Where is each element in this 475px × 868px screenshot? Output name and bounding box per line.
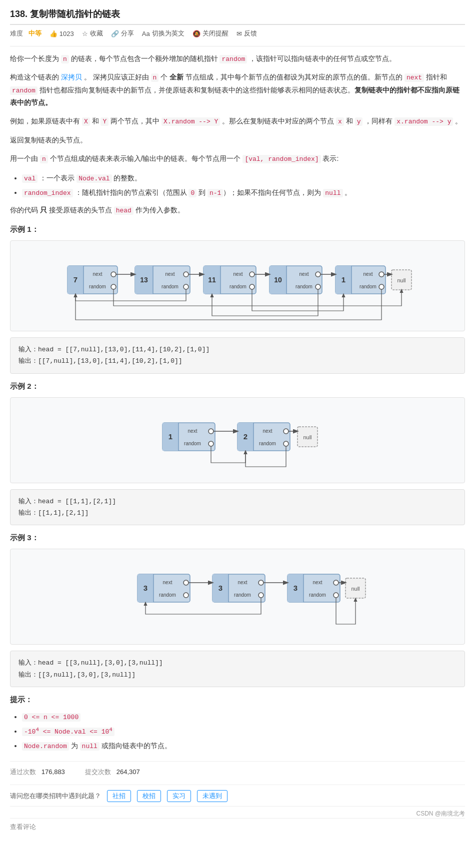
svg-text:next: next bbox=[238, 580, 248, 585]
svg-point-39 bbox=[379, 284, 384, 289]
svg-text:next: next bbox=[93, 271, 102, 277]
difficulty-value: 中等 bbox=[28, 29, 42, 37]
desc-para4: 返回复制链表的头节点。 bbox=[10, 134, 465, 146]
svg-text:random: random bbox=[89, 284, 106, 289]
svg-point-7 bbox=[111, 284, 116, 289]
tag-internship[interactable]: 实习 bbox=[167, 790, 191, 802]
svg-text:next: next bbox=[188, 428, 198, 434]
svg-text:random: random bbox=[309, 592, 326, 598]
submit-stats: 提交次数 264,307 bbox=[85, 768, 140, 777]
switch-lang-button[interactable]: Aa 切换为英文 bbox=[142, 29, 184, 38]
desc-para3: 例如，如果原链表中有 X 和 Y 两个节点，其中 X.random --> Y … bbox=[10, 115, 465, 127]
example3-title: 示例 3： bbox=[10, 533, 465, 543]
diagram2-svg: 1 next random 2 next random null bbox=[132, 408, 342, 473]
svg-text:random: random bbox=[296, 284, 312, 289]
svg-text:3: 3 bbox=[218, 584, 222, 592]
example1-diagram: 7 next random 13 next random 11 next ran… bbox=[10, 240, 465, 331]
deep-copy-link[interactable]: 深拷贝 bbox=[61, 73, 82, 81]
svg-point-82 bbox=[258, 593, 264, 598]
problem-description: 给你一个长度为 n 的链表，每个节点包含一个额外增加的随机指针 random ，… bbox=[10, 52, 465, 217]
example2-title: 示例 2： bbox=[10, 382, 465, 391]
svg-point-37 bbox=[379, 272, 384, 277]
divider bbox=[10, 46, 465, 46]
tag-not-encountered[interactable]: 未遇到 bbox=[197, 790, 228, 802]
close-remind-button[interactable]: 🔕 关闭提醒 bbox=[192, 29, 228, 38]
desc-para5: 用一个由 n 个节点组成的链表来表示输入/输出中的链表。每个节点用一个 [val… bbox=[10, 152, 465, 165]
svg-text:random: random bbox=[259, 441, 276, 446]
recruitment-bar: 请问您在哪类招聘中遇到此题？ 社招 校招 实习 未遇到 bbox=[10, 785, 465, 802]
svg-text:1: 1 bbox=[342, 275, 346, 284]
svg-point-80 bbox=[258, 580, 264, 585]
feedback-button[interactable]: ✉ 反馈 bbox=[236, 29, 257, 38]
svg-text:random: random bbox=[162, 284, 178, 289]
svg-text:3: 3 bbox=[144, 584, 148, 592]
svg-text:null: null bbox=[303, 434, 312, 440]
diagram1-svg: 7 next random 13 next random 11 next ran… bbox=[62, 251, 412, 321]
svg-text:7: 7 bbox=[74, 275, 78, 284]
footer-brand: CSDN @南境北考 bbox=[416, 810, 465, 818]
svg-point-90 bbox=[334, 593, 338, 598]
meta-bar: 难度 中等 👍 1023 ☆ 收藏 🔗 分享 Aa 切换为英文 🔕 关闭提醒 ✉… bbox=[10, 29, 465, 38]
tag-social-recruit[interactable]: 社招 bbox=[107, 790, 131, 802]
svg-text:11: 11 bbox=[208, 276, 216, 284]
problem-title: 138. 复制带随机指针的链表 bbox=[10, 8, 465, 25]
svg-text:next: next bbox=[234, 271, 243, 277]
difficulty-label: 难度 中等 bbox=[10, 29, 42, 38]
footer-bar: CSDN @南境北考 bbox=[10, 806, 465, 818]
example1-title: 示例 1： bbox=[10, 225, 465, 234]
hints-section: 提示： 0 <= n <= 1000 -104 <= Node.val <= 1… bbox=[10, 695, 465, 753]
stats-bar: 通过次数 176,883 提交次数 264,307 bbox=[10, 761, 465, 777]
svg-text:random: random bbox=[184, 441, 201, 446]
recruitment-question: 请问您在哪类招聘中遇到此题？ bbox=[10, 792, 101, 801]
likes-button[interactable]: 👍 1023 bbox=[50, 30, 74, 37]
svg-point-5 bbox=[111, 272, 116, 277]
desc-para1: 给你一个长度为 n 的链表，每个节点包含一个额外增加的随机指针 random ，… bbox=[10, 52, 465, 65]
svg-point-23 bbox=[250, 284, 254, 289]
svg-point-52 bbox=[208, 429, 214, 434]
comment-hint: 查看评论 bbox=[10, 818, 465, 836]
svg-text:next: next bbox=[300, 271, 309, 277]
example2-output: 输出：[[1,1],[2,1]] bbox=[18, 507, 456, 519]
svg-text:random: random bbox=[234, 592, 251, 598]
svg-text:2: 2 bbox=[244, 432, 248, 441]
svg-point-88 bbox=[334, 580, 338, 585]
svg-point-60 bbox=[284, 429, 288, 434]
svg-text:13: 13 bbox=[140, 276, 148, 284]
hint-item-2: -104 <= Node.val <= 104 bbox=[22, 724, 465, 739]
example2-diagram: 1 next random 2 next random null bbox=[10, 397, 465, 483]
example2-input: 输入：head = [[1,1],[2,1]] bbox=[18, 496, 456, 507]
collect-button[interactable]: ☆ 收藏 bbox=[82, 29, 103, 38]
svg-point-29 bbox=[316, 272, 320, 277]
hints-title: 提示： bbox=[10, 695, 465, 705]
svg-text:next: next bbox=[263, 428, 272, 434]
share-button[interactable]: 🔗 分享 bbox=[111, 29, 134, 38]
example3-diagram: 3 next random 3 next random 3 next rando… bbox=[10, 549, 465, 645]
svg-text:random: random bbox=[159, 592, 176, 598]
svg-text:random: random bbox=[230, 284, 246, 289]
svg-point-54 bbox=[208, 441, 214, 446]
desc-para2: 构造这个链表的 深拷贝 。 深拷贝应该正好由 n 个 全新 节点组成，其中每个新… bbox=[10, 71, 465, 109]
svg-point-13 bbox=[184, 272, 188, 277]
svg-text:null: null bbox=[351, 586, 360, 592]
svg-text:next: next bbox=[313, 580, 322, 585]
svg-text:1: 1 bbox=[168, 432, 172, 441]
svg-text:10: 10 bbox=[274, 276, 282, 284]
page-container: 138. 复制带随机指针的链表 难度 中等 👍 1023 ☆ 收藏 🔗 分享 A… bbox=[0, 0, 475, 844]
svg-point-31 bbox=[316, 284, 320, 289]
example2-io: 输入：head = [[1,1],[2,1]] 输出：[[1,1],[2,1]] bbox=[10, 489, 465, 526]
svg-point-74 bbox=[184, 593, 188, 598]
bullet-item-1: val ：一个表示 Node.val 的整数。 bbox=[22, 171, 465, 185]
example1-io: 输入：head = [[7,null],[13,0],[11,4],[10,2]… bbox=[10, 337, 465, 374]
svg-text:next: next bbox=[364, 271, 373, 277]
hint-item-1: 0 <= n <= 1000 bbox=[22, 710, 465, 724]
bullet-item-2: random_index ：随机指针指向的节点索引（范围从 0 到 n-1）；如… bbox=[22, 185, 465, 200]
example3-io: 输入：head = [[3,null],[3,0],[3,null]] 输出：[… bbox=[10, 651, 465, 687]
diagram3-svg: 3 next random 3 next random 3 next rando… bbox=[108, 559, 368, 634]
example1-output: 输出：[[7,null],[13,0],[11,4],[10,2],[1,0]] bbox=[18, 355, 456, 367]
svg-text:next: next bbox=[166, 271, 175, 277]
svg-point-62 bbox=[284, 441, 288, 446]
tag-campus-recruit[interactable]: 校招 bbox=[137, 790, 161, 802]
svg-text:3: 3 bbox=[294, 584, 298, 592]
bullet-list: val ：一个表示 Node.val 的整数。 random_index ：随机… bbox=[22, 171, 465, 200]
example3-input: 输入：head = [[3,null],[3,0],[3,null]] bbox=[18, 657, 456, 669]
